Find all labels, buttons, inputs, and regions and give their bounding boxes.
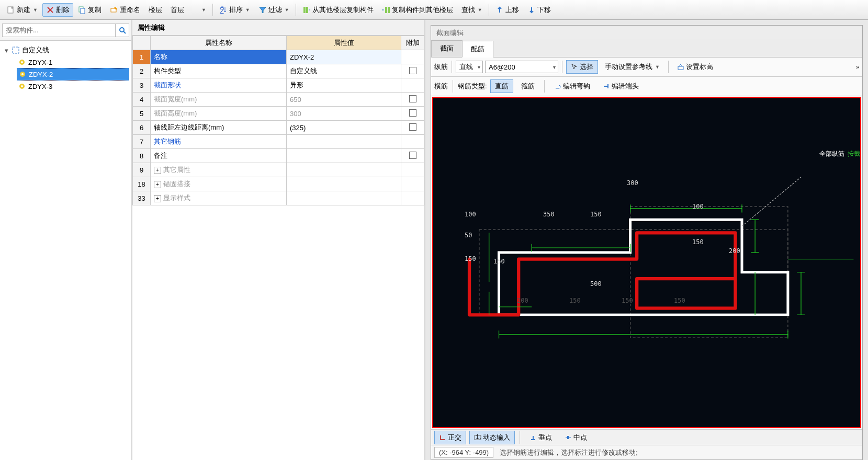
propname-cell[interactable]: +锚固搭接 (151, 177, 287, 191)
property-row[interactable]: 1名称ZDYX-2 (133, 50, 424, 64)
expand-icon[interactable]: + (154, 195, 161, 202)
property-row[interactable]: 8备注 (133, 149, 424, 163)
propval-cell[interactable]: (325) (287, 121, 401, 135)
propextra-cell[interactable] (401, 191, 424, 205)
property-table[interactable]: 属性名称 属性值 附加 1名称ZDYX-22构件类型自定义线3截面形状异形4截面… (132, 36, 424, 205)
property-row[interactable]: 3截面形状异形 (133, 78, 424, 93)
perp-button[interactable]: 垂点 (525, 431, 557, 444)
property-row[interactable]: 5截面高度(mm)300 (133, 107, 424, 121)
propval-cell[interactable]: 650 (287, 93, 401, 107)
propval-cell[interactable]: 自定义线 (287, 64, 401, 78)
edit-end-button[interactable]: 编辑端头 (598, 79, 644, 93)
manual-ref-button[interactable]: 手动设置参考线▼ (600, 60, 664, 74)
propval-cell[interactable] (287, 177, 401, 191)
propextra-cell[interactable] (401, 93, 424, 107)
sort-icon: AZ (219, 6, 228, 14)
tree-root[interactable]: ▾ 自定义线 (2, 44, 129, 56)
propextra-cell[interactable] (401, 177, 424, 191)
tree-item-label: ZDYX-3 (28, 83, 52, 90)
propval-cell[interactable]: 异形 (287, 78, 401, 93)
section-canvas[interactable]: 全部纵筋 按截面 300 100 350 150 100 50 150 150 … (432, 97, 861, 428)
propname-cell[interactable]: 截面高度(mm) (151, 107, 287, 121)
property-row[interactable]: 18+锚固搭接 (133, 177, 424, 191)
checkbox[interactable] (409, 109, 416, 117)
component-tree[interactable]: ▾ 自定义线 ZDYX-1 ZDYX-2 ZDYX-3 (0, 41, 131, 460)
rebar-toolbar-2: 横筋 钢筋类型: 直筋 箍筋 编辑弯钩 编辑端头 (431, 77, 862, 96)
propextra-cell[interactable] (401, 78, 424, 93)
property-row[interactable]: 33+显示样式 (133, 191, 424, 205)
propval-cell[interactable] (287, 149, 401, 163)
expand-icon[interactable]: + (154, 181, 161, 188)
propname-cell[interactable]: 其它钢筋 (151, 135, 287, 149)
property-row[interactable]: 9+其它属性 (133, 163, 424, 177)
property-row[interactable]: 4截面宽度(mm)650 (133, 93, 424, 107)
propextra-cell[interactable] (401, 149, 424, 163)
propextra-cell[interactable] (401, 121, 424, 135)
checkbox[interactable] (409, 95, 416, 102)
select-button[interactable]: 选择 (566, 60, 598, 74)
propname-cell[interactable]: +显示样式 (151, 191, 287, 205)
midpoint-button[interactable]: 中点 (560, 431, 592, 444)
propextra-header: 附加 (401, 36, 424, 50)
rename-button[interactable]: 重命名 (106, 3, 144, 17)
tab-rebar[interactable]: 配筋 (462, 41, 493, 58)
midpoint-icon (565, 434, 572, 441)
propval-cell[interactable] (287, 135, 401, 149)
floor-label-button[interactable]: 楼层 (145, 3, 166, 17)
tree-item-zdyx3[interactable]: ZDYX-3 (17, 80, 129, 92)
find-button[interactable]: 查找▼ (458, 3, 486, 17)
dim-500: 500 (590, 280, 602, 288)
propname-cell[interactable]: 截面形状 (151, 78, 287, 93)
propextra-cell[interactable] (401, 107, 424, 121)
delete-button[interactable]: 删除 (42, 3, 73, 17)
checkbox[interactable] (409, 152, 416, 159)
move-down-button[interactable]: 下移 (524, 3, 555, 17)
checkbox[interactable] (409, 123, 416, 131)
tree-item-zdyx1[interactable]: ZDYX-1 (17, 56, 129, 68)
line-type-combo[interactable]: 直线 (456, 61, 483, 73)
property-row[interactable]: 2构件类型自定义线 (133, 64, 424, 78)
property-row[interactable]: 7其它钢筋 (133, 135, 424, 149)
propval-cell[interactable] (287, 163, 401, 177)
new-button[interactable]: 新建▼ (3, 3, 41, 17)
propextra-cell[interactable] (401, 64, 424, 78)
copy-button[interactable]: 复制 (74, 3, 105, 17)
propname-cell[interactable]: 轴线距左边线距离(mm) (151, 121, 287, 135)
dyn-input-button[interactable]: 1.2 动态输入 (469, 431, 515, 444)
stirrup-rebar-button[interactable]: 箍筋 (516, 79, 539, 93)
property-editor-panel: 属性编辑 属性名称 属性值 附加 1名称ZDYX-22构件类型自定义线3截面形状… (132, 20, 425, 460)
set-elevation-button[interactable]: 设置标高 (672, 60, 718, 74)
search-input[interactable] (2, 24, 116, 37)
move-up-button[interactable]: 上移 (492, 3, 523, 17)
dim-100b: 100 (465, 211, 476, 218)
collapse-icon[interactable]: ▾ (3, 47, 9, 54)
first-floor-button[interactable]: 首层▼ (167, 3, 210, 17)
filter-button[interactable]: 过滤▼ (255, 3, 293, 17)
propname-cell[interactable]: 构件类型 (151, 64, 287, 78)
propval-cell[interactable]: 300 (287, 107, 401, 121)
copy-to-button[interactable]: 复制构件到其他楼层 (378, 3, 457, 17)
tree-item-zdyx2[interactable]: ZDYX-2 (17, 68, 129, 80)
propextra-cell[interactable] (401, 50, 424, 64)
more-icon[interactable]: » (856, 64, 859, 70)
propval-cell[interactable]: ZDYX-2 (287, 50, 401, 64)
straight-rebar-button[interactable]: 直筋 (490, 79, 513, 93)
propname-cell[interactable]: 截面宽度(mm) (151, 93, 287, 107)
expand-icon[interactable]: + (154, 167, 161, 174)
propextra-cell[interactable] (401, 163, 424, 177)
propval-cell[interactable] (287, 191, 401, 205)
tab-section[interactable]: 截面 (431, 40, 463, 57)
search-button[interactable] (116, 24, 129, 37)
dim-300: 300 (627, 179, 638, 187)
propextra-cell[interactable] (401, 135, 424, 149)
sort-button[interactable]: AZ 排序▼ (216, 3, 254, 17)
propname-cell[interactable]: 备注 (151, 149, 287, 163)
copy-from-button[interactable]: 从其他楼层复制构件 (299, 3, 377, 17)
edit-hook-button[interactable]: 编辑弯钩 (549, 79, 595, 93)
rebar-spec-combo[interactable]: A6@200 (485, 61, 558, 73)
propname-cell[interactable]: 名称 (151, 50, 287, 64)
property-row[interactable]: 6轴线距左边线距离(mm)(325) (133, 121, 424, 135)
propname-cell[interactable]: +其它属性 (151, 163, 287, 177)
ortho-button[interactable]: 正交 (434, 431, 466, 444)
checkbox[interactable] (409, 67, 416, 74)
